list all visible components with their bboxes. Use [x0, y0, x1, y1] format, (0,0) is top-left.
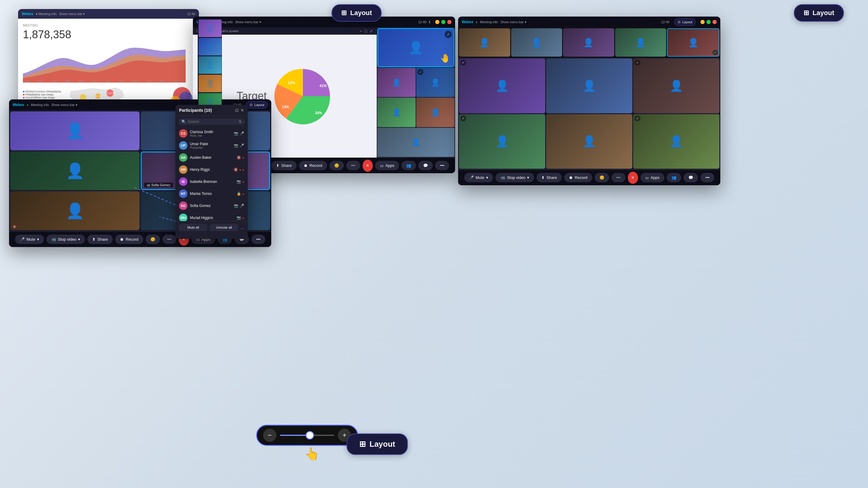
grid-cell-1: 👤	[10, 111, 140, 150]
apps-btn-large[interactable]: ⚏ Apps	[375, 161, 399, 170]
maximize-large[interactable]	[441, 20, 445, 24]
participants-search-bar[interactable]: 🔍 ⇅	[179, 119, 245, 125]
end-btn-large[interactable]: ✕	[363, 160, 373, 172]
svg-text:156,529: 156,529	[94, 95, 102, 97]
mute-all-btn[interactable]: Mute all	[179, 224, 207, 231]
more2-btn-bottom[interactable]: •••	[251, 235, 265, 244]
participant-info-murad: Murad Higgins	[190, 216, 234, 220]
highlighted-participant: 👤 🤚 ⤢	[377, 28, 455, 67]
participants-search-input[interactable]	[188, 120, 237, 124]
info-btn-large[interactable]: ℹ	[429, 20, 430, 24]
chart-area: MEETING 1,878,358 JAN FEB MAR APR MAY JU…	[18, 19, 199, 102]
svg-text:SEP: SEP	[133, 80, 138, 83]
more-btn-right[interactable]: •••	[612, 173, 625, 182]
webex-large-titlebar: Webex ● Meeting info Show menu bar ▾ 12:…	[193, 17, 455, 27]
sofia-nametag: 📹 Sofia Gomez	[144, 183, 173, 187]
participants-list: CS Clarissa Smith Host, me 📷 🎤 UP Umar P…	[176, 127, 248, 221]
zoom-minus-btn[interactable]: −	[263, 429, 276, 442]
share-btn-bottom[interactable]: ⬆ Share	[87, 235, 113, 244]
meeting-info-1[interactable]: ● Meeting info	[36, 12, 57, 16]
mute-btn-bottom[interactable]: 🎤 Mute ▾	[15, 235, 44, 244]
apps-btn-right[interactable]: ⚏ Apps	[641, 173, 664, 182]
share-maximize[interactable]: □	[365, 29, 367, 33]
chart-stat: 1,878,358	[23, 28, 194, 41]
zoom-control: − +	[256, 425, 358, 446]
svg-text:41%: 41%	[319, 84, 327, 88]
chat-btn-right[interactable]: 💬	[684, 173, 698, 182]
participants-btn-right[interactable]: 👥	[667, 173, 681, 182]
top-film-strip: 👤 👤 👤 👤 👤 ⤢	[458, 27, 720, 58]
share-btn-large[interactable]: ⬆ Share	[271, 161, 297, 170]
svg-text:13%: 13%	[282, 105, 289, 109]
zoom-slider-thumb[interactable]	[306, 431, 314, 440]
show-menu-large[interactable]: Show menu bar ▾	[235, 20, 261, 24]
share-minimize[interactable]: −	[360, 29, 362, 33]
more2-btn-large[interactable]: •••	[435, 161, 449, 170]
participant-clarissa[interactable]: CS Clarissa Smith Host, me 📷 🎤	[176, 127, 248, 139]
record-btn-bottom[interactable]: ⏺ Record	[115, 235, 143, 244]
unmute-all-btn[interactable]: Unmute all	[210, 224, 238, 231]
layout-btn-bottom-inner[interactable]: ⊞ Layout	[246, 101, 268, 108]
more-btn-bottom[interactable]: •••	[162, 235, 176, 244]
avatar-marise: MT	[179, 190, 187, 198]
layout-btn-right-inner[interactable]: ⊞ Layout	[674, 19, 695, 26]
show-menu-bottom[interactable]: Show menu bar ▾	[51, 103, 77, 107]
layout-icon: ⊞	[341, 9, 347, 17]
sort-icon-participants[interactable]: ⇅	[239, 120, 242, 124]
mute-btn-right[interactable]: 🎤 Mute ▾	[464, 173, 493, 182]
participant-henry[interactable]: HR Henry Riggs 🔇 ● ●	[176, 164, 248, 175]
participant-murad[interactable]: MH Murad Higgins 📷 ●	[176, 212, 248, 221]
stop-video-btn-bottom[interactable]: 📹 Stop video ▾	[46, 235, 85, 244]
webex-logo-1: Webex	[22, 12, 33, 16]
dashboard-titlebar: Webex ● Meeting info Show menu bar ▾ 12:…	[18, 9, 199, 19]
more-btn-large[interactable]: •••	[346, 161, 360, 170]
participant-sofia[interactable]: SG Sofia Gomez 📷 🎤	[176, 200, 248, 212]
search-icon-participants: 🔍	[181, 120, 186, 124]
participant-cell-2: 👤 ⤢	[416, 68, 455, 97]
participant-info-marise: Marise Torres	[190, 192, 234, 196]
chat-btn-large[interactable]: 💬	[418, 161, 433, 170]
expand-icon[interactable]: ⤢	[444, 31, 452, 38]
meeting-info-bottom[interactable]: Meeting info	[31, 103, 49, 107]
stop-video-btn-right[interactable]: 📹 Stop video ▾	[495, 173, 534, 182]
zoom-slider-track[interactable]	[280, 435, 334, 436]
show-menu-1[interactable]: Show menu bar ▾	[59, 12, 85, 16]
svg-text:FEB: FEB	[38, 80, 43, 83]
record-btn-large[interactable]: ⏺ Record	[299, 161, 327, 170]
emoji-btn-large[interactable]: 😊	[330, 161, 344, 170]
close-right[interactable]	[712, 20, 717, 24]
participants-panel: Participants (10) ⊡ ✕ 🔍 ⇅ CS Clarissa Sm…	[176, 105, 248, 239]
top-right-layout-button[interactable]: ⊞ Layout	[794, 4, 844, 22]
bottom-layout-button[interactable]: ⊞ Layout	[347, 433, 408, 455]
share-expand[interactable]: ⤢	[370, 29, 373, 33]
emoji-btn-right[interactable]: 😊	[595, 173, 609, 182]
participant-icons-clarissa: 📷 🎤	[234, 131, 244, 135]
meeting-info-right[interactable]: Meeting info	[480, 20, 498, 24]
footer-more-btn[interactable]: ...	[241, 224, 244, 231]
participant-umar[interactable]: UP Umar Patel Presenter 📷 🎤	[176, 139, 248, 152]
webex-right-window: Webex ● Meeting info Show menu bar ▾ 12:…	[458, 17, 720, 185]
minimize-large[interactable]	[435, 20, 439, 24]
participant-icons-sofia: 📷 🎤	[234, 204, 244, 208]
end-btn-right[interactable]: ✕	[628, 172, 638, 184]
avatar-henry: HR	[179, 165, 187, 174]
participants-btn-large[interactable]: 👥	[401, 161, 416, 170]
emoji-btn-bottom[interactable]: 😊	[146, 235, 160, 244]
participant-isabella[interactable]: IB Isabella Brennan 📷 ●	[176, 175, 248, 188]
top-layout-button[interactable]: ⊞ Layout	[332, 4, 381, 22]
participant-austen[interactable]: AB Austen Baker 🔇 ●	[176, 152, 248, 164]
avatar-isabella: IB	[179, 177, 187, 186]
participant-marise[interactable]: MT Marise Torres 🔒 ●	[176, 188, 248, 200]
layout-label: Layout	[350, 9, 372, 17]
share-btn-right[interactable]: ⬆ Share	[536, 173, 562, 182]
minimize-right[interactable]	[701, 20, 705, 24]
participants-popout[interactable]: ⊡	[235, 108, 239, 113]
grid-cell-5: 👤 🔇	[10, 191, 140, 230]
close-large[interactable]	[447, 20, 452, 24]
more2-btn-right[interactable]: •••	[701, 173, 714, 182]
participant-icons-umar: 📷 🎤	[234, 143, 244, 148]
show-menu-right[interactable]: Show menu bar ▾	[500, 20, 526, 24]
record-btn-right[interactable]: ⏺ Record	[564, 173, 592, 182]
maximize-right[interactable]	[707, 20, 711, 24]
participants-close[interactable]: ✕	[241, 108, 244, 113]
